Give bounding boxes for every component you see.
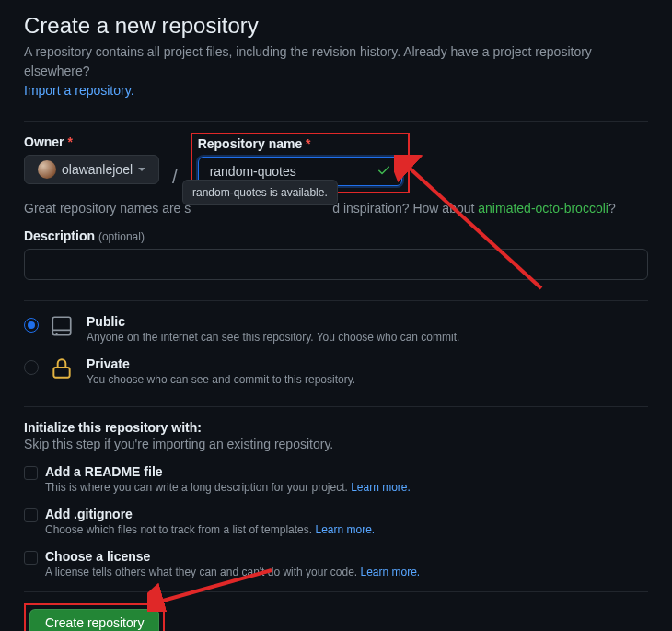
readme-learn-more-link[interactable]: Learn more.: [351, 481, 411, 494]
init-title: Initialize this repository with:: [24, 420, 648, 435]
description-label: Description: [24, 228, 95, 243]
add-gitignore-desc: Choose which files not to track from a l…: [45, 523, 375, 536]
owner-username: olawanlejoel: [62, 162, 133, 177]
owner-dropdown[interactable]: olawanlejoel: [24, 155, 159, 184]
svg-rect-2: [53, 368, 69, 378]
lock-icon: [50, 356, 75, 383]
add-gitignore-checkbox[interactable]: [24, 508, 38, 522]
optional-label: (optional): [98, 230, 145, 243]
create-button-highlighted: Create repository: [24, 603, 165, 631]
init-subtitle: Skip this step if you're importing an ex…: [24, 437, 648, 451]
import-repo-link[interactable]: Import a repository.: [24, 83, 134, 98]
required-asterisk: *: [67, 134, 72, 149]
choose-license-desc: A license tells others what they can and…: [45, 566, 420, 578]
owner-field: Owner * olawanlejoel: [24, 134, 159, 184]
divider: [24, 121, 648, 122]
description-input[interactable]: [24, 249, 648, 280]
visibility-public-desc: Anyone on the internet can see this repo…: [87, 331, 459, 344]
add-readme-title: Add a README file: [45, 464, 411, 479]
visibility-private-radio[interactable]: [24, 360, 39, 375]
choose-license-checkbox[interactable]: [24, 551, 38, 565]
visibility-public-radio[interactable]: [24, 318, 39, 333]
svg-point-1: [56, 333, 58, 334]
create-repository-button[interactable]: Create repository: [29, 609, 159, 631]
required-asterisk: *: [306, 136, 310, 151]
owner-label: Owner: [24, 134, 64, 149]
availability-tooltip: random-quotes is available.: [182, 180, 338, 205]
repo-name-label: Repository name: [198, 136, 303, 151]
add-gitignore-title: Add .gitignore: [45, 507, 375, 521]
divider: [24, 591, 648, 592]
add-readme-desc: This is where you can write a long descr…: [45, 481, 411, 494]
svg-rect-0: [52, 317, 71, 335]
license-learn-more-link[interactable]: Learn more.: [361, 566, 421, 578]
gitignore-learn-more-link[interactable]: Learn more.: [315, 523, 375, 536]
add-readme-checkbox[interactable]: [24, 466, 38, 480]
visibility-private-desc: You choose who can see and commit to thi…: [87, 373, 355, 386]
checkmark-icon: [377, 163, 391, 181]
repo-icon: [50, 314, 75, 341]
divider: [24, 300, 648, 301]
choose-license-title: Choose a license: [45, 549, 420, 564]
divider: [24, 406, 648, 407]
visibility-private-title: Private: [87, 356, 355, 371]
visibility-public-title: Public: [87, 314, 459, 329]
owner-repo-separator: /: [172, 167, 178, 193]
name-suggestion-link[interactable]: animated-octo-broccoli: [478, 201, 608, 216]
page-subtitle: A repository contains all project files,…: [24, 42, 648, 100]
chevron-down-icon: [138, 168, 145, 171]
page-title: Create a new repository: [24, 13, 648, 39]
avatar: [38, 160, 56, 179]
